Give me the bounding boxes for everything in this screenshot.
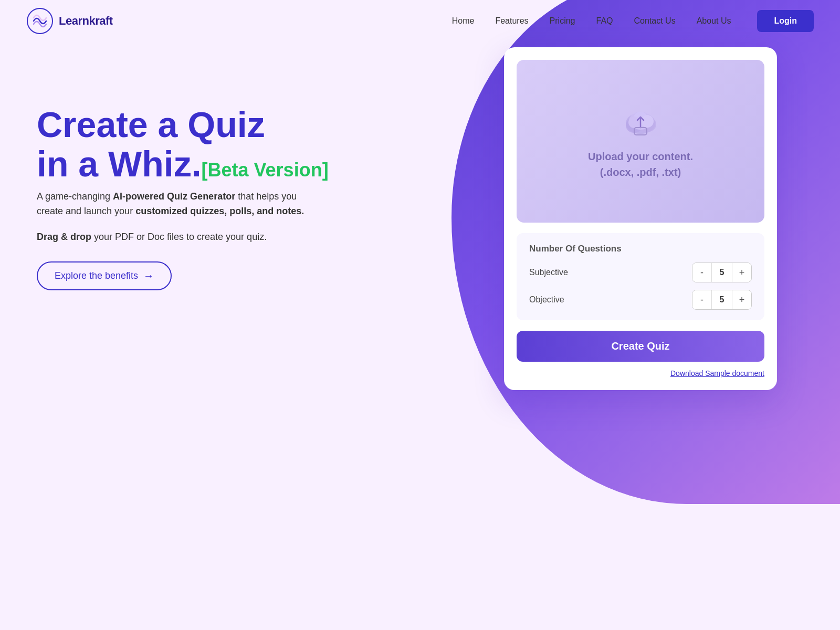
explore-label: Explore the benefits — [55, 270, 138, 281]
hero-drag-rest: your PDF or Doc files to create your qui… — [91, 232, 267, 242]
svg-point-7 — [641, 115, 654, 128]
nav-about[interactable]: About Us — [697, 16, 731, 26]
quiz-card: Upload your content. (.docx, .pdf, .txt)… — [504, 47, 777, 390]
hero-title-line1: Create a Quiz — [37, 104, 265, 144]
subjective-label: Subjective — [529, 268, 568, 277]
nav-features[interactable]: Features — [495, 16, 528, 26]
hero-subtitle: A game-changing AI-powered Quiz Generato… — [37, 189, 310, 219]
subjective-decrement[interactable]: - — [692, 263, 711, 282]
nav-faq[interactable]: FAQ — [596, 16, 613, 26]
logo-text: Learnkraft — [59, 14, 113, 28]
upload-text: Upload your content. (.docx, .pdf, .txt) — [588, 149, 693, 180]
hero-subtitle-bold2: customized quizzes, polls, and notes. — [135, 206, 304, 216]
nav-home[interactable]: Home — [452, 16, 475, 26]
logo[interactable]: Learnkraft — [26, 7, 113, 35]
hero-beta: [Beta Version] — [202, 159, 329, 181]
objective-label: Objective — [529, 295, 564, 304]
explore-arrow-icon: → — [143, 270, 154, 282]
upload-line1: Upload your content. — [588, 151, 693, 162]
upload-line2: (.docx, .pdf, .txt) — [600, 166, 681, 178]
hero-title: Create a Quiz in a Whiz.[Beta Version] — [37, 105, 331, 184]
explore-benefits-button[interactable]: Explore the benefits → — [37, 261, 172, 290]
questions-section: Number Of Questions Subjective - 5 + Obj… — [517, 233, 764, 320]
login-button[interactable]: Login — [757, 10, 814, 32]
objective-stepper: - 5 + — [692, 290, 752, 310]
objective-row: Objective - 5 + — [529, 290, 752, 310]
subjective-row: Subjective - 5 + — [529, 262, 752, 282]
cloud-upload-icon — [620, 102, 662, 141]
create-quiz-button[interactable]: Create Quiz — [517, 331, 764, 362]
nav-contact[interactable]: Contact Us — [634, 16, 676, 26]
questions-title: Number Of Questions — [529, 244, 752, 254]
objective-increment[interactable]: + — [732, 290, 751, 309]
hero-left: Create a Quiz in a Whiz.[Beta Version] A… — [37, 105, 331, 290]
subjective-increment[interactable]: + — [732, 263, 751, 282]
svg-point-6 — [628, 117, 640, 128]
nav-links: Home Features Pricing FAQ Contact Us Abo… — [452, 10, 814, 32]
hero-drag: Drag & drop your PDF or Doc files to cre… — [37, 232, 331, 243]
download-sample-link[interactable]: Download Sample document — [517, 369, 764, 377]
nav-pricing[interactable]: Pricing — [550, 16, 575, 26]
subjective-value: 5 — [711, 263, 732, 282]
hero-subtitle-bold1: AI-powered Quiz Generator — [113, 191, 235, 202]
hero-drag-bold: Drag & drop — [37, 232, 91, 242]
navbar: Learnkraft Home Features Pricing FAQ Con… — [0, 0, 840, 42]
objective-value: 5 — [711, 290, 732, 309]
subjective-stepper: - 5 + — [692, 262, 752, 282]
objective-decrement[interactable]: - — [692, 290, 711, 309]
hero-title-line2: in a Whiz. — [37, 144, 202, 184]
upload-area[interactable]: Upload your content. (.docx, .pdf, .txt) — [517, 60, 764, 223]
